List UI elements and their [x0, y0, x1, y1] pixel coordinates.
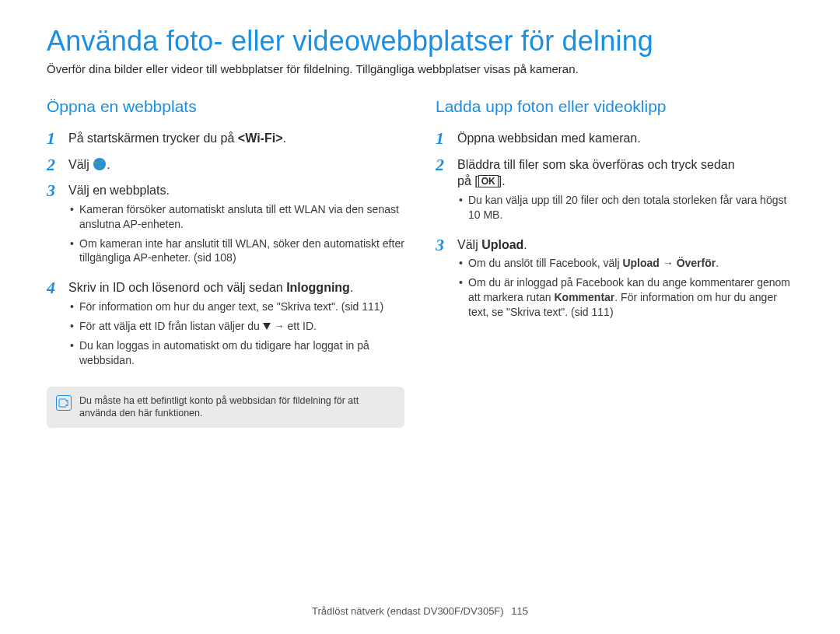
- step-body: Välj en webbplats. Kameran försöker auto…: [68, 180, 404, 273]
- step-3: 3 Välj Upload. Om du anslöt till Faceboo…: [436, 235, 793, 328]
- right-column: Ladda upp foton eller videoklipp 1 Öppna…: [436, 97, 793, 428]
- step-3: 3 Välj en webbplats. Kameran försöker au…: [47, 180, 404, 273]
- bullet-text: → ett ID.: [271, 320, 317, 332]
- step-number: 2: [436, 155, 457, 175]
- step-number: 2: [47, 155, 68, 175]
- bullet-item: Om du är inloggad på Facebook kan du ang…: [457, 275, 793, 320]
- step-number: 3: [47, 180, 68, 201]
- step-text: ].: [499, 174, 506, 187]
- step-body: Skriv in ID och lösenord och välj sedan …: [68, 278, 404, 375]
- step-4: 4 Skriv in ID och lösenord och välj seda…: [47, 278, 404, 375]
- note-text: Du måste ha ett befintligt konto på webb…: [79, 394, 395, 421]
- step-text: Skriv in ID och lösenord och välj sedan: [68, 281, 286, 294]
- step-body: Öppna webbsidan med kameran.: [457, 128, 793, 150]
- comment-label: Kommentar: [555, 291, 615, 303]
- ok-button-icon: OK: [478, 175, 499, 187]
- left-column: Öppna en webbplats 1 På startskärmen try…: [47, 97, 404, 428]
- step-text: .: [523, 238, 527, 251]
- step-text: Bläddra till filer som ska överföras och…: [457, 158, 735, 171]
- bullet-text: Om du anslöt till Facebook, välj: [468, 257, 622, 269]
- upload-label: Upload: [481, 238, 523, 251]
- step-sub-bullets: Kameran försöker automatiskt ansluta til…: [68, 202, 404, 266]
- step-number: 4: [47, 278, 68, 298]
- step-text: .: [107, 158, 110, 171]
- bullet-text: .: [716, 257, 719, 269]
- bullet-item: Om kameran inte har anslutit till WLAN, …: [68, 236, 404, 266]
- bullet-item: Du kan välja upp till 20 filer och den t…: [457, 193, 793, 222]
- note-box: Du måste ha ett befintligt konto på webb…: [47, 387, 404, 429]
- footer-text: Trådlöst nätverk (endast DV300F/DV305F): [312, 605, 504, 617]
- step-body: Välj Upload. Om du anslöt till Facebook,…: [457, 235, 793, 328]
- step-text: Öppna webbsidan med kameran.: [457, 130, 793, 147]
- transfer-label: Överför: [677, 257, 716, 269]
- page-footer: Trådlöst nätverk (endast DV300F/DV305F) …: [0, 605, 840, 617]
- step-number: 1: [47, 128, 68, 149]
- note-icon: [56, 395, 72, 411]
- step-1: 1 Öppna webbsidan med kameran.: [436, 128, 793, 150]
- step-text: .: [283, 131, 286, 145]
- step-body: På startskärmen trycker du på <Wi-Fi>.: [68, 128, 404, 150]
- intro-text: Överför dina bilder eller videor till we…: [47, 62, 793, 75]
- bullet-item: Om du anslöt till Facebook, välj Upload …: [457, 256, 793, 271]
- step-text: Välj: [457, 238, 481, 251]
- page-title: Använda foto- eller videowebbplatser för…: [47, 25, 793, 58]
- bullet-text: →: [660, 257, 677, 269]
- step-2: 2 Bläddra till filer som ska överföras o…: [436, 155, 793, 230]
- section-heading-open-website: Öppna en webbplats: [47, 97, 404, 116]
- document-page: Använda foto- eller videowebbplatser för…: [0, 0, 840, 634]
- step-text: på [: [457, 174, 478, 187]
- bullet-item: För information om hur du anger text, se…: [68, 299, 404, 314]
- step-text: Välj: [68, 158, 93, 171]
- step-text: Välj en webbplats.: [68, 182, 404, 199]
- section-heading-upload: Ladda upp foton eller videoklipp: [436, 97, 793, 116]
- step-text: .: [350, 281, 353, 294]
- page-number: 115: [511, 605, 528, 617]
- bullet-item: För att välja ett ID från listan väljer …: [68, 319, 404, 334]
- step-number: 3: [436, 235, 457, 255]
- step-body: Bläddra till filer som ska överföras och…: [457, 155, 793, 230]
- wifi-label: <Wi-Fi>: [238, 131, 283, 145]
- bullet-item: Kameran försöker automatiskt ansluta til…: [68, 202, 404, 232]
- step-sub-bullets: Du kan välja upp till 20 filer och den t…: [457, 193, 793, 222]
- step-body: Välj .: [68, 155, 404, 177]
- step-sub-bullets: För information om hur du anger text, se…: [68, 299, 404, 368]
- upload-label: Upload: [622, 257, 659, 269]
- two-column-layout: Öppna en webbplats 1 På startskärmen try…: [47, 97, 793, 428]
- step-sub-bullets: Om du anslöt till Facebook, välj Upload …: [457, 256, 793, 320]
- step-number: 1: [436, 128, 457, 149]
- step-1: 1 På startskärmen trycker du på <Wi-Fi>.: [47, 128, 404, 150]
- bullet-item: Du kan loggas in automatiskt om du tidig…: [68, 338, 404, 368]
- svg-point-0: [93, 158, 106, 170]
- globe-icon: [93, 157, 107, 171]
- triangle-down-icon: [263, 323, 271, 330]
- bullet-text: För att välja ett ID från listan väljer …: [79, 320, 263, 332]
- step-2: 2 Välj .: [47, 155, 404, 177]
- step-text: På startskärmen trycker du på: [68, 131, 238, 145]
- login-label: Inloggning: [286, 281, 350, 294]
